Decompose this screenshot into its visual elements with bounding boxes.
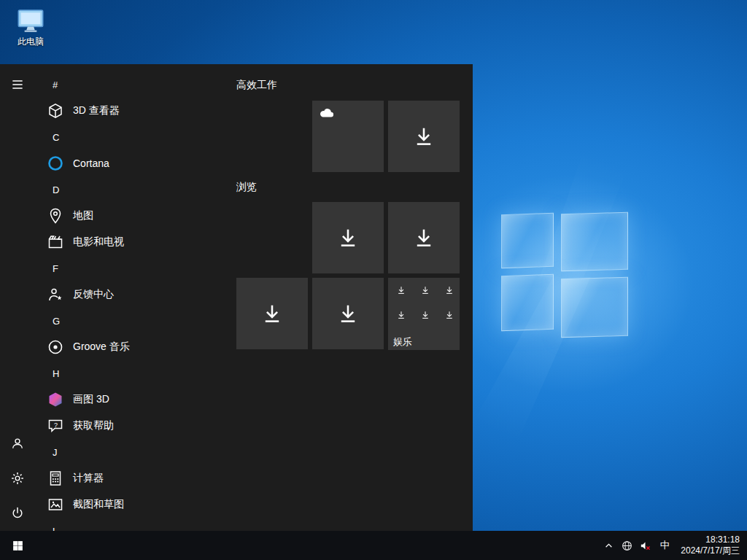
clock-date: 2024/7/17/周三 [681,545,740,556]
start-tile[interactable] [388,202,460,273]
power-icon [10,506,25,521]
movies-icon [47,233,64,251]
hamburger-icon [10,77,25,92]
desktop-icon-label: 此电脑 [10,36,51,48]
app-section-header[interactable]: D [44,176,231,203]
app-item-label: 地图 [73,209,93,222]
app-item-label: 电影和电视 [73,236,124,249]
app-list: #3D 查看器CCortanaD地图电影和电视F反馈中心GGroove 音乐H画… [44,71,231,531]
ime-label: 中 [660,539,670,552]
taskbar-clock[interactable]: 18:31:18 2024/7/17/周三 [675,534,747,556]
app-item-label: 计算器 [73,472,104,485]
desktop-icon-this-pc[interactable]: 此电脑 [10,7,51,48]
app-item-label: Cortana [73,158,109,169]
clock-time: 18:31:18 [681,534,740,545]
app-item[interactable]: ?获取帮助 [44,413,231,439]
tile-group-header: 高效工作 [236,79,277,90]
app-item[interactable]: 地图 [44,203,231,229]
help-icon: ? [47,417,64,435]
start-tile[interactable] [312,278,384,349]
network-button[interactable] [618,531,636,560]
ime-button[interactable]: 中 [654,531,675,560]
download-icon [411,225,436,250]
app-item-label: 获取帮助 [73,419,114,432]
app-section-header[interactable]: G [44,308,231,334]
volume-muted-icon [639,540,651,552]
snip-icon [47,496,64,513]
app-item[interactable]: 反馈中心 [44,281,231,308]
app-section-header[interactable]: F [44,255,231,281]
download-icon [336,225,360,250]
app-item[interactable]: Cortana [44,150,231,176]
tile-folder-label: 娱乐 [393,335,412,349]
app-item[interactable]: 电影和电视 [44,229,231,255]
feedback-icon [47,286,64,303]
download-icon [396,285,406,295]
start-tile[interactable] [388,101,460,172]
tray-overflow-button[interactable] [600,531,618,560]
screen: 此电脑 #3D 查看器CCortanaD地图电影和电视F反馈中心GGroove … [0,0,747,560]
download-icon [444,285,454,295]
download-icon [411,124,436,149]
system-tray: 中 18:31:18 2024/7/17/周三 [600,531,747,560]
user-button[interactable] [0,426,35,461]
app-section-header[interactable]: H [44,360,231,386]
windows-logo-pane [561,212,628,271]
onedrive-cloud-icon [318,106,336,119]
start-button[interactable] [0,531,35,560]
download-icon [420,310,430,320]
start-menu: #3D 查看器CCortanaD地图电影和电视F反馈中心GGroove 音乐H画… [0,64,473,531]
app-item[interactable]: 截图和草图 [44,491,231,518]
volume-button[interactable] [636,531,654,560]
app-item[interactable]: 计算器 [44,465,231,491]
svg-text:?: ? [54,421,58,429]
start-tile[interactable] [312,202,384,273]
start-tile[interactable] [236,278,308,349]
app-item-label: 反馈中心 [73,288,114,301]
tile-group-header: 浏览 [236,182,257,192]
windows-logo-icon [12,540,24,552]
app-section-header[interactable]: # [44,71,231,98]
gear-icon [10,471,25,486]
app-item-label: Groove 音乐 [73,341,130,354]
paint3d-icon [47,391,64,408]
taskbar: 中 18:31:18 2024/7/17/周三 [0,531,747,560]
download-icon [444,310,454,320]
download-icon [396,310,406,320]
tile-folder[interactable]: 娱乐 [388,278,460,350]
settings-button[interactable] [0,461,35,496]
cortana-icon [47,155,64,172]
app-section-header[interactable]: L [44,518,231,531]
start-tile[interactable] [312,101,384,172]
start-rail [0,64,35,531]
network-globe-icon [621,540,633,552]
rail-top [0,64,35,102]
app-item-label: 截图和草图 [73,498,124,511]
tiles-area: 高效工作浏览娱乐 [236,64,473,531]
groove-icon [47,338,64,356]
chevron-up-icon [603,540,615,552]
this-pc-icon [16,7,45,35]
windows-logo-pane [501,213,554,269]
power-button[interactable] [0,496,35,531]
user-icon [10,436,25,451]
rail-bottom [0,426,35,531]
app-item[interactable]: 画图 3D [44,386,231,413]
windows-logo-pane [501,274,554,332]
app-item[interactable]: 3D 查看器 [44,98,231,124]
menu-button[interactable] [0,67,35,102]
calculator-icon [47,470,64,487]
app-item[interactable]: Groove 音乐 [44,334,231,360]
app-item-label: 画图 3D [73,393,109,406]
cube-icon [47,102,64,120]
download-icon [420,285,430,295]
windows-logo-pane [561,277,628,338]
app-section-header[interactable]: C [44,124,231,150]
app-item-label: 3D 查看器 [73,104,120,117]
download-icon [260,301,285,326]
app-section-header[interactable]: J [44,439,231,465]
map-icon [47,207,64,225]
download-icon [336,301,360,326]
